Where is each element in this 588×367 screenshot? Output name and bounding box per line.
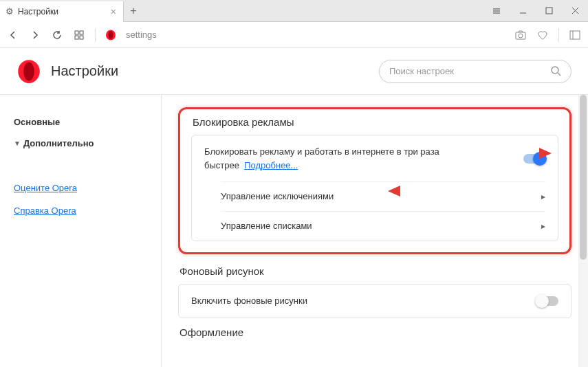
- svg-rect-1: [75, 31, 78, 34]
- gear-icon: ⚙: [6, 6, 14, 16]
- manage-lists-row[interactable]: Управление списками ▸: [192, 211, 558, 241]
- heart-icon[interactable]: [536, 30, 549, 41]
- address-text[interactable]: settings: [126, 30, 505, 40]
- opera-logo: [17, 59, 41, 84]
- wallpaper-toggle[interactable]: [536, 296, 558, 306]
- scrollbar-thumb[interactable]: [580, 95, 587, 260]
- separator: [95, 28, 96, 42]
- minimize-button[interactable]: [510, 0, 536, 22]
- adblock-title: Блокировка рекламы: [191, 116, 558, 128]
- search-icon: [551, 66, 561, 76]
- svg-rect-0: [546, 8, 552, 14]
- rate-opera-link[interactable]: Оцените Opera: [14, 179, 147, 197]
- sidebar-item-advanced[interactable]: ▼ Дополнительно: [14, 133, 147, 154]
- chevron-right-icon: ▸: [541, 221, 545, 231]
- page-title: Настройки: [51, 63, 118, 79]
- svg-rect-2: [80, 31, 83, 34]
- sidebar-item-label: Дополнительно: [23, 138, 94, 148]
- title-bar: ⚙ Настройки × +: [0, 0, 588, 22]
- wallpaper-label: Включить фоновые рисунки: [191, 294, 307, 308]
- back-button[interactable]: [7, 30, 19, 40]
- sidebar: Основные ▼ Дополнительно Оцените Opera С…: [0, 95, 162, 367]
- svg-rect-4: [80, 36, 83, 39]
- adblock-card: Блокировать рекламу и работать в интерне…: [191, 135, 558, 241]
- lists-label: Управление списками: [221, 221, 312, 231]
- adblock-section-highlight: Блокировка рекламы Блокировать рекламу и…: [178, 107, 571, 254]
- tab-close-icon[interactable]: ×: [111, 6, 116, 17]
- wallpaper-section: Фоновый рисунок Включить фоновые рисунки: [178, 265, 571, 318]
- wallpaper-title: Фоновый рисунок: [178, 265, 571, 277]
- snapshot-icon[interactable]: [514, 30, 527, 41]
- learn-more-link[interactable]: Подробнее...: [244, 160, 298, 170]
- svg-rect-3: [75, 36, 78, 39]
- forward-button[interactable]: [29, 30, 41, 40]
- svg-point-12: [23, 62, 34, 80]
- maximize-button[interactable]: [536, 0, 562, 22]
- adblock-toggle-row: Блокировать рекламу и работать в интерне…: [192, 135, 558, 181]
- sidebar-toggle-icon[interactable]: [569, 30, 581, 41]
- close-button[interactable]: [562, 0, 588, 22]
- speed-dial-button[interactable]: [73, 30, 85, 40]
- main-content: Блокировка рекламы Блокировать рекламу и…: [162, 95, 588, 367]
- svg-point-13: [552, 67, 558, 74]
- theme-title: Оформление: [178, 326, 571, 338]
- svg-rect-9: [570, 31, 580, 39]
- exceptions-label: Управление исключениями: [221, 191, 334, 201]
- manage-exceptions-row[interactable]: Управление исключениями ▸: [192, 181, 558, 211]
- new-tab-button[interactable]: +: [124, 5, 143, 17]
- easy-setup-icon[interactable]: [483, 0, 510, 22]
- adblock-description: Блокировать рекламу и работать в интерне…: [204, 145, 466, 172]
- tab-title: Настройки: [18, 7, 58, 16]
- separator: [558, 28, 559, 42]
- page-header: Настройки: [0, 48, 588, 95]
- svg-point-6: [109, 31, 113, 39]
- address-bar: settings: [0, 22, 588, 48]
- chevron-down-icon: ▼: [14, 140, 21, 147]
- adblock-toggle[interactable]: [523, 154, 545, 164]
- chevron-right-icon: ▸: [541, 192, 545, 201]
- opera-icon: [105, 30, 116, 41]
- svg-point-8: [519, 34, 523, 38]
- help-opera-link[interactable]: Справка Opera: [14, 201, 147, 220]
- sidebar-item-basic[interactable]: Основные: [14, 111, 147, 133]
- wallpaper-toggle-row: Включить фоновые рисунки: [178, 284, 571, 318]
- browser-tab[interactable]: ⚙ Настройки ×: [0, 1, 124, 22]
- reload-button[interactable]: [51, 30, 63, 40]
- search-box[interactable]: [379, 60, 571, 83]
- theme-section: Оформление: [178, 326, 571, 338]
- search-input[interactable]: [389, 66, 545, 76]
